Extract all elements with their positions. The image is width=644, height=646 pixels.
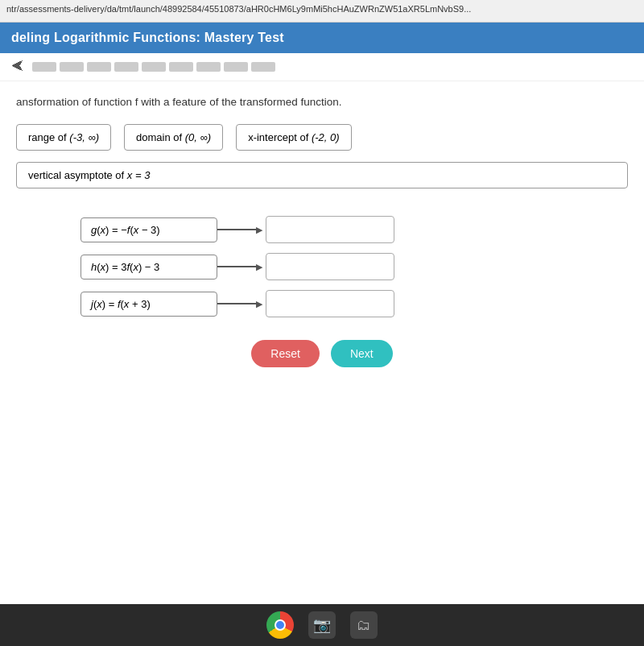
match-row-3: j(x) = f(x + 3) (80, 290, 628, 317)
function-box-1: g(x) = −f(x − 3) (80, 217, 217, 242)
buttons-row: Reset Next (16, 340, 628, 367)
page-title: deling Logarithmic Functions: Mastery Te… (0, 23, 644, 53)
arrow-1 (217, 225, 266, 235)
progress-seg-9 (251, 62, 275, 72)
matching-area: g(x) = −f(x − 3) h(x) = 3f(x) − 3 j(x) =… (80, 216, 628, 317)
progress-seg-4 (114, 62, 138, 72)
function-box-2: h(x) = 3f(x) − 3 (80, 255, 217, 280)
option-asymptote[interactable]: vertical asymptote of x = 3 (16, 162, 628, 188)
match-row-2: h(x) = 3f(x) − 3 (80, 253, 628, 280)
option-domain[interactable]: domain of (0, ∞) (124, 124, 223, 151)
option-range[interactable]: range of (-3, ∞) (16, 124, 111, 151)
arrow-2 (217, 262, 266, 272)
question-area: ansformation of function f with a featur… (0, 81, 644, 604)
files-taskbar-icon[interactable]: 🗂 (350, 611, 378, 639)
progress-seg-6 (169, 62, 193, 72)
option-x-intercept[interactable]: x-intercept of (-2, 0) (236, 124, 351, 151)
match-row-1: g(x) = −f(x − 3) (80, 216, 628, 243)
drop-box-2[interactable] (266, 253, 394, 280)
progress-seg-2 (60, 62, 84, 72)
progress-seg-1 (32, 62, 56, 72)
next-button[interactable]: Next (331, 340, 393, 367)
drop-box-1[interactable] (266, 216, 394, 243)
main-content: deling Logarithmic Functions: Mastery Te… (0, 23, 644, 604)
options-row: range of (-3, ∞) domain of (0, ∞) x-inte… (16, 124, 628, 151)
url-bar: ntr/assessments-delivery/da/tmt/launch/4… (0, 0, 644, 23)
back-arrow[interactable]: ⮜ (11, 60, 24, 74)
progress-seg-8 (224, 62, 248, 72)
arrow-3 (217, 299, 266, 309)
progress-seg-3 (87, 62, 111, 72)
drop-box-3[interactable] (266, 290, 394, 317)
function-box-3: j(x) = f(x + 3) (80, 292, 217, 317)
instruction-text: ansformation of function f with a featur… (16, 96, 628, 108)
reset-button[interactable]: Reset (251, 340, 320, 367)
taskbar: 📷 🗂 (0, 604, 644, 646)
progress-seg-5 (142, 62, 166, 72)
progress-area: ⮜ (0, 53, 644, 81)
camera-taskbar-icon[interactable]: 📷 (308, 611, 336, 639)
chrome-taskbar-icon[interactable] (266, 611, 294, 639)
progress-seg-7 (196, 62, 221, 72)
